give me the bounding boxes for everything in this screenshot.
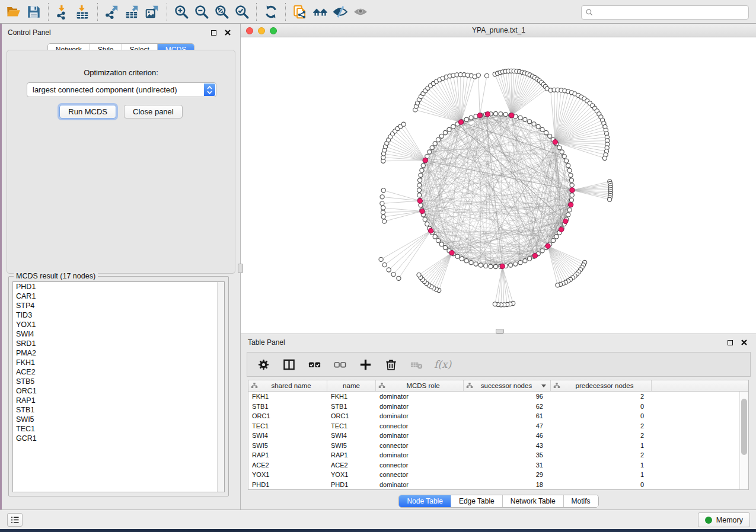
- show-panels-button[interactable]: [7, 513, 23, 527]
- add-row-icon[interactable]: [358, 357, 373, 372]
- cell-shared-name[interactable]: ORC1: [248, 412, 327, 419]
- cell-name[interactable]: SWI5: [327, 442, 376, 449]
- float-window-icon[interactable]: [211, 30, 216, 36]
- cell-successor-nodes[interactable]: 62: [464, 403, 551, 410]
- cell-MCDS-role[interactable]: dominator: [376, 393, 464, 400]
- memory-button[interactable]: Memory: [698, 512, 750, 527]
- cell-name[interactable]: FKH1: [327, 393, 376, 400]
- settings-icon[interactable]: [256, 357, 271, 372]
- search-input[interactable]: [581, 5, 749, 20]
- houses-icon[interactable]: [310, 2, 330, 21]
- cell-name[interactable]: PHD1: [327, 481, 376, 488]
- zoom-selected-icon[interactable]: [232, 2, 252, 21]
- float-table-panel-icon[interactable]: [728, 340, 733, 345]
- cell-predecessor-nodes[interactable]: 1: [551, 462, 652, 469]
- cell-MCDS-role[interactable]: connector: [376, 462, 464, 469]
- cell-name[interactable]: SWI4: [327, 432, 376, 439]
- cell-predecessor-nodes[interactable]: 1: [551, 442, 652, 449]
- cell-successor-nodes[interactable]: 35: [464, 451, 551, 459]
- tab-node-table[interactable]: Node Table: [399, 495, 451, 507]
- cell-predecessor-nodes[interactable]: 1: [551, 471, 652, 478]
- mcds-result-node[interactable]: GCR1: [13, 434, 224, 443]
- cell-shared-name[interactable]: TEC1: [248, 422, 327, 430]
- cell-predecessor-nodes[interactable]: 2: [551, 393, 652, 400]
- table-row[interactable]: SWI5SWI5connector431: [248, 441, 739, 451]
- cell-shared-name[interactable]: ACE2: [248, 462, 327, 469]
- table-row[interactable]: TEC1TEC1connector472: [248, 421, 739, 431]
- scrollbar-thumb[interactable]: [741, 399, 747, 455]
- deselect-all-icon[interactable]: [332, 357, 347, 372]
- mcds-result-node[interactable]: STB5: [13, 377, 224, 386]
- cell-shared-name[interactable]: PHD1: [248, 481, 327, 488]
- cell-predecessor-nodes[interactable]: 0: [551, 403, 652, 410]
- zoom-fit-icon[interactable]: [212, 2, 232, 21]
- export-network-icon[interactable]: [102, 2, 122, 21]
- cell-MCDS-role[interactable]: connector: [376, 422, 464, 430]
- cell-name[interactable]: ORC1: [327, 412, 376, 419]
- horizontal-splitter-handle[interactable]: [496, 329, 504, 334]
- cell-successor-nodes[interactable]: 46: [464, 432, 551, 439]
- tab-edge-table[interactable]: Edge Table: [451, 495, 502, 507]
- zoom-in-icon[interactable]: [171, 2, 192, 21]
- mcds-result-node[interactable]: STB1: [13, 405, 224, 415]
- cell-successor-nodes[interactable]: 96: [464, 393, 551, 400]
- table-row[interactable]: FKH1FKH1dominator962: [248, 392, 739, 402]
- cell-successor-nodes[interactable]: 18: [464, 481, 551, 488]
- run-mcds-button[interactable]: Run MCDS: [59, 105, 116, 118]
- network-graph[interactable]: [241, 37, 756, 334]
- mcds-result-node[interactable]: SWI4: [13, 329, 224, 339]
- close-panel-button[interactable]: Close panel: [124, 105, 183, 118]
- cell-successor-nodes[interactable]: 61: [464, 412, 551, 419]
- select-all-icon[interactable]: [307, 357, 322, 372]
- close-panel-icon[interactable]: [224, 28, 232, 37]
- cell-MCDS-role[interactable]: dominator: [376, 403, 464, 410]
- cell-predecessor-nodes[interactable]: 0: [551, 412, 652, 419]
- mcds-result-node[interactable]: PMA2: [13, 348, 224, 358]
- table-row[interactable]: ORC1ORC1dominator610: [248, 411, 739, 421]
- open-file-icon[interactable]: [4, 2, 24, 21]
- delete-row-icon[interactable]: [383, 357, 398, 372]
- cell-shared-name[interactable]: FKH1: [248, 393, 327, 400]
- cell-name[interactable]: RAP1: [327, 451, 376, 459]
- hide-selected-icon[interactable]: [330, 2, 350, 21]
- cell-MCDS-role[interactable]: connector: [376, 442, 464, 449]
- cell-shared-name[interactable]: SWI5: [248, 442, 327, 449]
- cell-shared-name[interactable]: YOX1: [248, 471, 327, 478]
- cell-MCDS-role[interactable]: dominator: [376, 432, 464, 439]
- optimization-criterion-select[interactable]: largest connected component (undirected): [27, 82, 216, 97]
- save-session-icon[interactable]: [24, 2, 44, 21]
- mcds-result-node[interactable]: ORC1: [13, 386, 224, 396]
- table-row[interactable]: RAP1RAP1dominator352: [248, 450, 739, 460]
- cell-predecessor-nodes[interactable]: 2: [551, 432, 652, 439]
- network-window-titlebar[interactable]: YPA_prune.txt_1: [241, 24, 756, 37]
- mcds-result-node[interactable]: SWI5: [13, 415, 224, 424]
- cell-shared-name[interactable]: SWI4: [248, 432, 327, 439]
- cell-MCDS-role[interactable]: dominator: [376, 451, 464, 459]
- mcds-result-node[interactable]: TID3: [13, 310, 224, 320]
- tab-motifs[interactable]: Motifs: [563, 495, 598, 507]
- zoom-out-icon[interactable]: [192, 2, 212, 21]
- cell-shared-name[interactable]: STB1: [248, 403, 327, 410]
- list-scrollbar[interactable]: [217, 282, 224, 492]
- column-header-MCDS-role[interactable]: MCDS role: [376, 380, 464, 391]
- cell-predecessor-nodes[interactable]: 2: [551, 451, 652, 459]
- column-header-successor-nodes[interactable]: successor nodes: [464, 380, 551, 391]
- cell-successor-nodes[interactable]: 31: [464, 462, 551, 469]
- table-row[interactable]: SWI4SWI4dominator462: [248, 431, 739, 441]
- show-all-icon[interactable]: [350, 2, 371, 21]
- tab-network-table[interactable]: Network Table: [502, 495, 563, 507]
- close-table-panel-icon[interactable]: [740, 338, 748, 347]
- cell-MCDS-role[interactable]: dominator: [376, 412, 464, 419]
- cell-MCDS-role[interactable]: connector: [376, 471, 464, 478]
- mcds-result-node[interactable]: RAP1: [13, 396, 224, 405]
- show-columns-icon[interactable]: [281, 357, 296, 372]
- table-scrollbar[interactable]: [739, 392, 748, 489]
- cell-predecessor-nodes[interactable]: 0: [551, 481, 652, 488]
- cell-successor-nodes[interactable]: 43: [464, 442, 551, 449]
- network-from-selection-icon[interactable]: [290, 2, 310, 21]
- cell-name[interactable]: TEC1: [327, 422, 376, 430]
- mcds-result-node[interactable]: FKH1: [13, 358, 224, 367]
- vertical-splitter-handle[interactable]: [238, 264, 243, 273]
- cell-name[interactable]: ACE2: [327, 462, 376, 469]
- refresh-icon[interactable]: [261, 2, 281, 21]
